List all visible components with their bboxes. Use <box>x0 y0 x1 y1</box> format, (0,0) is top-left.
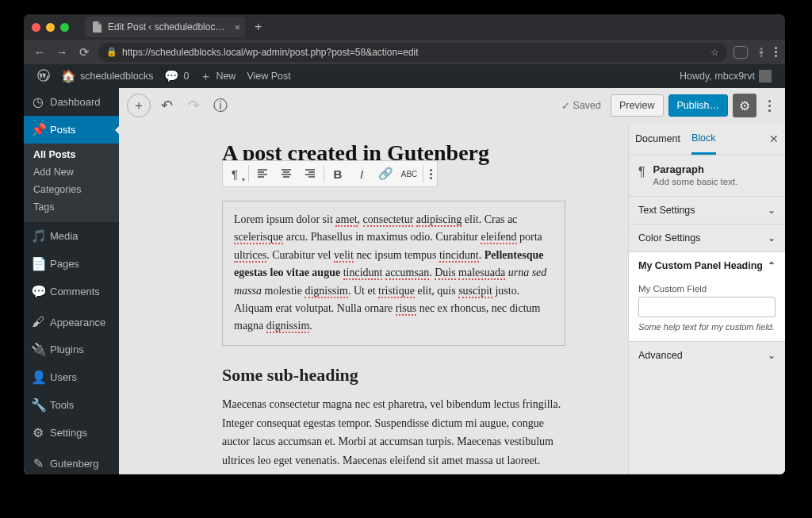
avatar <box>759 70 772 82</box>
sidebar-item-plugins[interactable]: 🔌Plugins <box>24 336 119 363</box>
url-input[interactable]: 🔒 https://scheduledblocks.local/wp-admin… <box>98 43 727 62</box>
panel-custom: My Custom Panel Heading ⌃ My Custom Fiel… <box>629 251 785 341</box>
brush-icon: 🖌 <box>31 315 45 329</box>
sidebar-item-label: Plugins <box>50 343 84 355</box>
panel-title: My Custom Panel Heading <box>638 260 763 271</box>
chevron-down-icon: ⌄ <box>768 205 776 216</box>
wordpress-logo-icon <box>37 69 50 84</box>
reload-button[interactable]: ⟳ <box>76 45 92 59</box>
sidebar-item-dashboard[interactable]: ◷ Dashboard <box>24 88 119 116</box>
bookmark-icon[interactable]: ☆ <box>710 47 719 58</box>
block-inspector: Document Block ✕ ¶ Paragraph Add some ba… <box>628 123 785 474</box>
browser-tab-title: Edit Post ‹ scheduledblocks — <box>108 21 228 33</box>
italic-button[interactable]: I <box>350 162 373 186</box>
close-icon[interactable]: × <box>235 22 240 33</box>
block-more-menu[interactable] <box>425 169 437 179</box>
panel-title: Text Settings <box>638 205 695 216</box>
paragraph-icon: ¶ <box>638 163 645 186</box>
sidebar-item-appearance[interactable]: 🖌Appearance <box>24 309 119 336</box>
sidebar-item-gutenberg[interactable]: ✎Gutenberg <box>24 450 119 474</box>
panel-advanced[interactable]: Advanced ⌄ <box>629 341 785 369</box>
browser-tab[interactable]: Edit Post ‹ scheduledblocks — × <box>85 17 245 37</box>
editor-more-menu[interactable] <box>761 94 777 117</box>
dashboard-icon: ◷ <box>31 94 45 109</box>
new-tab-button[interactable]: + <box>250 20 266 34</box>
site-name-menu[interactable]: 🏠 scheduledblocks <box>56 64 159 88</box>
browser-addressbar: ← → ⟳ 🔒 https://scheduledblocks.local/wp… <box>24 40 785 64</box>
mac-zoom-dot[interactable] <box>60 23 69 32</box>
mac-window-controls[interactable] <box>32 23 69 32</box>
block-type-switcher[interactable]: ¶ <box>223 162 247 186</box>
content-info-button[interactable]: ⓘ <box>209 94 232 117</box>
home-icon: 🏠 <box>61 69 76 83</box>
sidebar-item-media[interactable]: 🎵Media <box>24 222 119 250</box>
sidebar-subitem-categories[interactable]: Categories <box>24 181 119 198</box>
sidebar-subitem-tags[interactable]: Tags <box>24 198 119 216</box>
sidebar-item-label: Comments <box>50 286 100 297</box>
panel-title: Color Settings <box>638 232 701 244</box>
new-content-menu[interactable]: ＋ New <box>194 64 241 88</box>
sidebar-item-pages[interactable]: 📄Pages <box>24 250 119 278</box>
field-help-text: Some help text for my custom field. <box>638 322 776 332</box>
toggle-settings-button[interactable]: ⚙ <box>733 94 756 117</box>
browser-menu-button[interactable] <box>775 47 777 57</box>
align-right-button[interactable] <box>298 162 322 186</box>
add-block-button[interactable]: ＋ <box>127 94 151 117</box>
svg-point-0 <box>760 50 764 54</box>
paragraph-block[interactable]: Lorem ipsum dolor sit amet, consectetur … <box>222 201 565 346</box>
custom-field-input[interactable] <box>638 297 776 317</box>
bold-button[interactable]: B <box>326 162 350 186</box>
publish-button[interactable]: Publish… <box>668 94 729 117</box>
account-menu[interactable]: Howdy, mbcx9rvt <box>674 64 777 88</box>
wp-logo-menu[interactable] <box>32 64 56 88</box>
preview-button[interactable]: Preview <box>611 94 663 117</box>
mac-close-dot[interactable] <box>32 23 40 32</box>
sidebar-item-comments[interactable]: 💬Comments <box>24 278 119 305</box>
sidebar-item-label: Gutenberg <box>50 458 98 470</box>
new-label: New <box>216 71 236 82</box>
users-icon: 👤 <box>31 370 45 385</box>
sidebar-subitem-add-new[interactable]: Add New <box>24 163 119 181</box>
back-button[interactable]: ← <box>32 45 48 59</box>
comment-icon: 💬 <box>164 69 179 83</box>
sidebar-item-users[interactable]: 👤Users <box>24 363 119 391</box>
sidebar-item-posts[interactable]: 📌 Posts <box>24 116 119 144</box>
undo-button[interactable]: ↶ <box>155 94 178 117</box>
redo-button[interactable]: ↷ <box>182 94 205 117</box>
gutenberg-icon: ✎ <box>31 456 45 471</box>
tab-block[interactable]: Block <box>691 124 716 155</box>
sidebar-item-settings[interactable]: ⚙Settings <box>24 419 119 447</box>
sidebar-item-label: Users <box>50 371 77 383</box>
extension-badge[interactable] <box>733 46 748 59</box>
editor-canvas[interactable]: A post created in Gutenberg ¶ <box>119 123 626 474</box>
tab-document[interactable]: Document <box>635 125 680 153</box>
sidebar-item-label: Dashboard <box>50 96 101 108</box>
sidebar-subitem-all-posts[interactable]: All Posts <box>24 146 119 163</box>
panel-custom-toggle[interactable]: My Custom Panel Heading ⌃ <box>629 252 785 279</box>
link-button[interactable]: 🔗 <box>373 162 397 186</box>
sidebar-item-tools[interactable]: 🔧Tools <box>24 391 119 419</box>
paywall-icon[interactable] <box>756 47 767 58</box>
view-post-link[interactable]: View Post <box>241 64 296 88</box>
heading-block[interactable]: Some sub-heading <box>222 365 565 386</box>
panel-text-settings[interactable]: Text Settings ⌄ <box>629 196 785 224</box>
paragraph-block[interactable]: Maecenas consectetur magna nec est phare… <box>222 395 565 470</box>
chevron-up-icon: ⌃ <box>768 260 776 271</box>
align-left-button[interactable] <box>251 162 274 186</box>
saved-indicator: ✓ Saved <box>557 100 606 112</box>
forward-button[interactable]: → <box>54 45 70 59</box>
tools-icon: 🔧 <box>31 397 45 412</box>
editor-workspace: ＋ ↶ ↷ ⓘ ✓ Saved Preview Publish… ⚙ <box>119 88 785 474</box>
plugin-icon: 🔌 <box>31 342 45 357</box>
pin-icon: 📌 <box>31 122 45 137</box>
close-inspector-button[interactable]: ✕ <box>769 132 779 145</box>
comment-count: 0 <box>183 71 189 82</box>
align-center-button[interactable] <box>274 162 298 186</box>
chevron-down-icon: ⌄ <box>768 350 776 361</box>
panel-color-settings[interactable]: Color Settings ⌄ <box>629 224 785 251</box>
saved-label: Saved <box>573 100 601 111</box>
comments-menu[interactable]: 💬 0 <box>159 64 194 88</box>
sidebar-item-label: Tools <box>50 399 74 411</box>
mac-minimize-dot[interactable] <box>46 23 55 32</box>
strikethrough-button[interactable]: ABC <box>397 162 421 186</box>
